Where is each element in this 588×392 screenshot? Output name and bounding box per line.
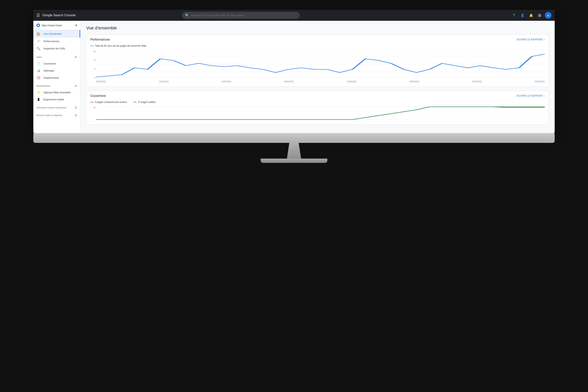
home-icon: 🏠 (36, 32, 40, 36)
chevron-down-icon: ▾ (75, 23, 77, 28)
x-axis-labels: 08/02/2021 12/02/2021 16/02/2021 20/02/2… (96, 80, 545, 83)
nav-item-couverture[interactable]: 📄 Couverture (33, 60, 80, 67)
performances-title: Performances (90, 38, 110, 41)
ameliorations-section-header: Améliorations ∧ (33, 81, 80, 89)
gsc-logo: Google Search Console (42, 14, 76, 17)
search-bar[interactable]: 🔍 (182, 12, 300, 19)
monitor-container: ☰ Google Search Console 🔍 ? 👤 🔔 ⊞ a (33, 10, 555, 163)
x-label-6: 04/03/2021 (472, 80, 482, 83)
couverture-card: Couverture OUVRIR LE RAPPORT › 0 pages c… (86, 91, 549, 124)
trend-icon: ↗ (36, 40, 40, 43)
nav-item-sitemaps[interactable]: 📊 Sitemaps (33, 67, 80, 74)
y-label-4: 4 (90, 68, 96, 70)
performances-chart-svg (96, 50, 545, 79)
nav-label-ergonomie: Ergonomie mobile (44, 98, 64, 101)
signaux-icon: ⚡ (36, 91, 40, 94)
index-collapse-icon[interactable]: ∧ (75, 55, 77, 59)
couverture-error-legend: 0 pages contenant des erreurs (95, 101, 127, 104)
couverture-card-header: Couverture OUVRIR LE RAPPORT › (86, 91, 548, 100)
y-label-8: 8 (90, 59, 96, 61)
nav-item-signaux[interactable]: ⚡ Signaux Web essentiels (33, 89, 80, 96)
y-label-12: 12 (90, 50, 96, 52)
stand-base (261, 158, 327, 163)
couverture-chevron-right-icon: › (544, 94, 545, 97)
sitemaps-icon: 📊 (36, 69, 40, 72)
bell-button[interactable]: 🔔 (528, 12, 535, 19)
monitor-stand (33, 143, 555, 163)
y-label-30: 30 (93, 106, 96, 109)
nav-label-sitemaps: Sitemaps (44, 69, 54, 72)
nav-label-vue-ensemble: Vue d'ensemble (44, 32, 62, 35)
chevron-right-icon: › (544, 38, 545, 41)
x-label-2: 16/02/2021 (222, 80, 231, 83)
securite-label: Sécurité et actions manuelles (36, 106, 66, 109)
x-label-5: 28/02/2021 (410, 80, 420, 83)
performances-chart-container: 12 8 4 0 (86, 50, 548, 87)
nav-label-couverture: Couverture (44, 62, 56, 65)
x-label-3: 20/02/2021 (284, 80, 294, 83)
suppressions-icon: 🚫 (36, 76, 40, 79)
logo-text: Google Search Console (42, 14, 76, 17)
ameliorations-label: Améliorations (36, 85, 50, 87)
hamburger-icon[interactable]: ☰ (36, 13, 40, 18)
property-icon (36, 24, 40, 27)
nav-item-performances[interactable]: ↗ Performances (33, 38, 80, 45)
main-content: Vue d'ensemble Performances OUVRIR LE RA… (80, 21, 555, 133)
sidebar: https://www.//wwe ▾ 🏠 Vue d'ensemble ↗ P… (33, 21, 80, 133)
monitor-chin (33, 133, 555, 143)
couverture-legend: 0 pages contenant des erreurs 27 pages v… (86, 100, 548, 106)
performances-legend: Total de 96 clics sur les pages de reche… (86, 44, 548, 50)
search-icon: 🔍 (185, 14, 189, 17)
nav-label-performances: Performances (44, 40, 60, 43)
x-label-0: 08/02/2021 (96, 80, 106, 83)
couverture-chart-svg (96, 106, 545, 122)
stand-neck (282, 143, 306, 158)
x-label-7: 08/03/2021 (535, 80, 545, 83)
couverture-valid-legend: 27 pages valides (138, 101, 156, 104)
inspect-icon: 🔍 (36, 47, 40, 50)
performances-card-header: Performances OUVRIR LE RAPPORT › (86, 35, 548, 44)
nav-item-vue-ensemble[interactable]: 🏠 Vue d'ensemble (33, 30, 80, 38)
performances-card: Performances OUVRIR LE RAPPORT › Total d… (86, 34, 549, 87)
header-icons: ? 👤 🔔 ⊞ a (510, 12, 552, 19)
nav-item-suppressions[interactable]: 🚫 Suppressions (33, 74, 80, 81)
search-input[interactable] (191, 14, 296, 17)
nav-label-inspection: Inspection de l'URL (44, 47, 66, 50)
performances-legend-text: Total de 96 clics sur les pages de reche… (95, 44, 146, 47)
nav-label-suppressions: Suppressions (44, 76, 59, 79)
couverture-title: Couverture (90, 94, 106, 98)
browser-header: ☰ Google Search Console 🔍 ? 👤 🔔 ⊞ a (33, 10, 555, 21)
red-legend-dot (90, 102, 94, 102)
property-selector[interactable]: https://www.//wwe ▾ (33, 21, 80, 30)
nav-item-inspection[interactable]: 🔍 Inspection de l'URL (33, 45, 80, 52)
securite-collapse-icon[interactable]: ∨ (75, 106, 77, 109)
property-url: https://www.//wwe (42, 24, 74, 27)
anciens-collapse-icon[interactable]: ∨ (75, 113, 77, 117)
index-section-header: Index ∧ (33, 52, 80, 60)
nav-item-ergonomie[interactable]: 📱 Ergonomie mobile (33, 96, 80, 103)
help-button[interactable]: ? (510, 12, 518, 19)
couverture-report-link[interactable]: OUVRIR LE RAPPORT › (517, 94, 545, 97)
blue-legend-dot (90, 46, 94, 46)
nav-label-signaux: Signaux Web essentiels (44, 91, 71, 94)
ergonomie-icon: 📱 (36, 98, 40, 101)
performances-report-link[interactable]: OUVRIR LE RAPPORT › (517, 38, 545, 41)
y-label-0: 0 (90, 77, 96, 79)
app-body: https://www.//wwe ▾ 🏠 Vue d'ensemble ↗ P… (33, 21, 555, 133)
green-legend-dot (133, 102, 136, 102)
grid-button[interactable]: ⊞ (536, 12, 543, 19)
avatar-button[interactable]: a (545, 12, 552, 18)
x-label-1: 12/02/2021 (159, 80, 169, 83)
x-label-4: 24/02/2021 (347, 80, 357, 83)
account-button[interactable]: 👤 (519, 12, 526, 19)
browser-window: ☰ Google Search Console 🔍 ? 👤 🔔 ⊞ a (33, 10, 555, 133)
couverture-icon: 📄 (36, 62, 40, 65)
couverture-chart-container: 30 (86, 106, 548, 124)
page-title: Vue d'ensemble (86, 26, 549, 30)
anciens-label: Anciens outils et rapports (36, 114, 62, 116)
anciens-section-header: Anciens outils et rapports ∨ (33, 110, 80, 118)
securite-section-header: Sécurité et actions manuelles ∨ (33, 103, 80, 110)
ameliorations-collapse-icon[interactable]: ∧ (75, 84, 77, 88)
index-label: Index (36, 56, 42, 58)
